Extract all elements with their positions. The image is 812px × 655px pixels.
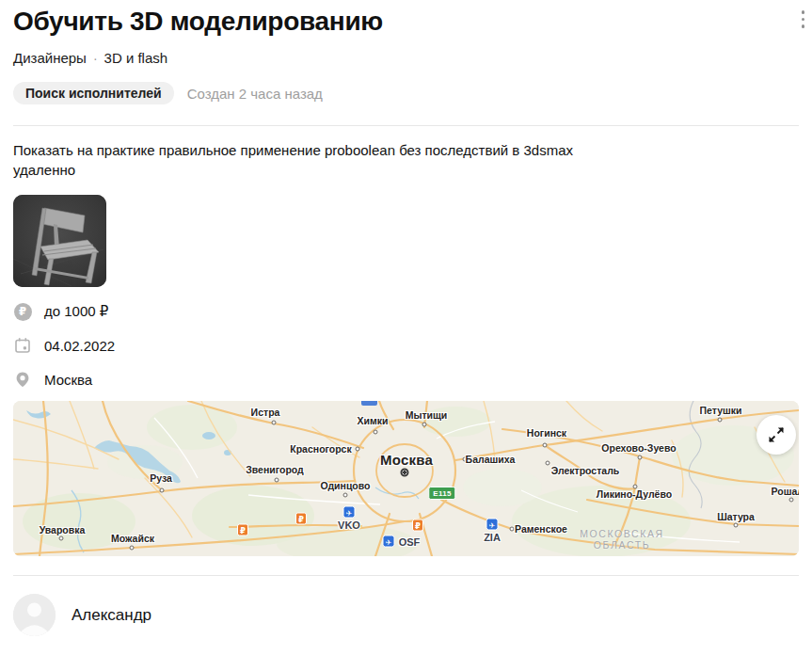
map-town-label: Красногорск	[290, 443, 351, 455]
map-town-dot	[59, 536, 64, 541]
map-town-label: Рошаль	[772, 486, 799, 497]
map-town-dot	[422, 423, 427, 427]
map-town-label: Петушки	[700, 405, 742, 416]
task-page: Обучить 3D моделированию Дизайнеры·3D и …	[0, 4, 812, 655]
map-expand-button expand-arrows-icon[interactable]	[756, 415, 796, 455]
map-town-dot	[275, 478, 279, 483]
map-town-label: Одинцово	[321, 480, 371, 491]
map[interactable]: ИстраХимкиКрасногорскЗвенигородОдинцовоР…	[13, 401, 799, 556]
map-town-label: Звенигород	[246, 464, 304, 475]
date-row: 04.02.2022	[13, 328, 812, 362]
location-row: Москва	[13, 362, 812, 396]
map-town-label: Ликино-Дулёво	[597, 488, 672, 500]
map-city-label: Москва	[380, 452, 433, 468]
map-town-dot	[718, 418, 723, 423]
map-town-dot	[543, 443, 548, 448]
map-town-label: Можайск	[111, 533, 154, 544]
airport-icon: ✈	[383, 535, 395, 548]
ruble-icon: ₽	[13, 302, 32, 321]
map-town-dot	[160, 488, 165, 493]
breadcrumb: Дизайнеры·3D и flash	[13, 49, 799, 68]
map-town-label: Химки	[358, 415, 389, 426]
task-description: Показать на практике правильное применен…	[13, 140, 747, 180]
chair-3d-render	[13, 195, 106, 287]
user-name: Александр	[72, 606, 151, 625]
region-label: МОСКОВСКАЯОБЛАСТЬ	[580, 528, 664, 551]
attachment-thumbnail chair-3d-render-thumbnail[interactable]	[13, 195, 106, 287]
airport-code-label: OSF	[399, 536, 421, 548]
map-town-label: Балашиха	[466, 454, 516, 465]
toll-road-icon: ₽	[295, 513, 307, 525]
avatar person-silhouette-icon	[13, 594, 56, 636]
map-town-label: Истра	[251, 407, 280, 418]
map-town-dot	[343, 493, 348, 498]
breadcrumb-subcategory[interactable]: 3D и flash	[104, 50, 168, 66]
airport-code-label: ZIA	[484, 532, 501, 543]
map-town-label: Ногинск	[527, 427, 566, 439]
task-details: ₽ до 1000 ₽ 04.02.2022 Москва	[13, 295, 812, 396]
map-town-label: Электросталь	[551, 465, 620, 476]
map-city-marker	[401, 469, 409, 477]
airport-code-label: VKO	[338, 519, 360, 531]
price-value: до 1000 ₽	[44, 303, 108, 320]
map-town-dot	[510, 527, 515, 532]
map-town-dot	[356, 447, 360, 452]
airport-icon: ✈	[486, 519, 499, 531]
map-town-dot	[734, 523, 739, 528]
highway-badge: E115	[428, 487, 455, 500]
created-timestamp: Создан 2 часа назад	[187, 86, 323, 102]
map-town-label: Раменское	[515, 523, 567, 535]
map-town-dot	[130, 546, 135, 551]
map-town-dot	[374, 430, 378, 435]
toll-road-icon: ₽	[412, 519, 423, 532]
breadcrumb-separator: ·	[93, 51, 98, 66]
toll-road-icon: ₽	[237, 524, 248, 536]
map-town-dot	[546, 461, 550, 466]
kebab-menu-icon[interactable]	[800, 8, 807, 30]
status-badge: Поиск исполнителей	[13, 82, 174, 104]
divider-bottom	[13, 575, 799, 576]
divider-top	[13, 125, 799, 126]
date-value: 04.02.2022	[44, 338, 115, 354]
map-town-label: Уваровка	[40, 524, 86, 535]
breadcrumb-category[interactable]: Дизайнеры	[13, 50, 87, 66]
location-value: Москва	[44, 372, 92, 388]
map-town-label: Руза	[150, 472, 172, 484]
user-row[interactable]: Александр	[13, 594, 151, 636]
page-title: Обучить 3D моделированию	[13, 4, 799, 40]
status-row: Поиск исполнителей Создан 2 часа назад	[13, 82, 799, 104]
calendar-icon	[13, 336, 32, 355]
map-town-dot	[272, 421, 277, 425]
map-town-label: Орехово-Зуево	[601, 442, 676, 454]
map-labels-layer: ИстраХимкиКрасногорскЗвенигородОдинцовоР…	[13, 401, 799, 556]
location-pin-icon	[13, 370, 32, 389]
price-row: ₽ до 1000 ₽	[13, 295, 812, 328]
map-town-dot	[638, 455, 643, 460]
airport-icon: ✈	[343, 506, 356, 519]
map-town-dot	[789, 498, 794, 503]
map-town-label: Мытищи	[406, 409, 448, 421]
map-town-label: Шатура	[717, 511, 755, 522]
